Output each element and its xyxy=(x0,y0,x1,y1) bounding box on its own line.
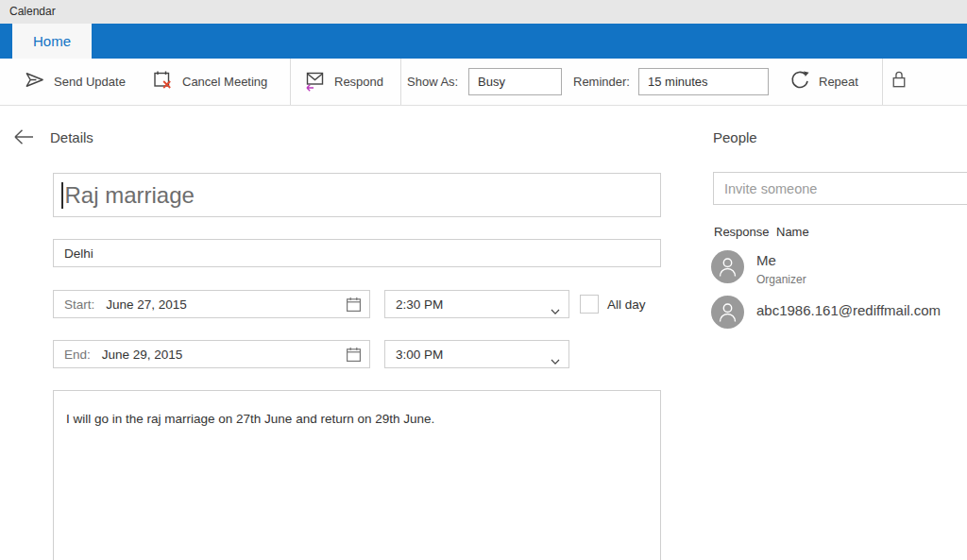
end-label: End: xyxy=(64,348,91,362)
cancel-meeting-button[interactable]: Cancel Meeting xyxy=(151,59,267,105)
calendar-app-window: Calendar Home Send Update Cancel Meeting… xyxy=(0,0,967,560)
end-date-field[interactable]: End: June 29, 2015 xyxy=(53,340,370,368)
send-icon xyxy=(24,69,45,94)
respond-icon xyxy=(303,69,326,95)
toolbar-separator xyxy=(400,59,401,105)
respond-button[interactable]: Respond xyxy=(303,59,383,105)
text-cursor xyxy=(61,182,63,209)
start-time-select[interactable]: 2:30 PM xyxy=(384,290,569,318)
invite-input[interactable]: Invite someone xyxy=(713,172,967,205)
start-label: Start: xyxy=(64,297,94,312)
person-avatar-icon xyxy=(711,296,744,329)
end-time-value: 3:00 PM xyxy=(396,348,443,362)
window-title: Calendar xyxy=(9,0,56,24)
toolbar: Send Update Cancel Meeting Respond Show … xyxy=(0,59,967,106)
repeat-icon xyxy=(789,70,810,94)
name-column-header: Name xyxy=(776,225,809,239)
end-time-select[interactable]: 3:00 PM xyxy=(384,340,569,368)
event-title-value: Raj marriage xyxy=(65,182,195,209)
repeat-label: Repeat xyxy=(819,75,858,89)
event-title-input[interactable]: Raj marriage xyxy=(53,173,661,217)
calendar-picker-icon xyxy=(346,297,362,316)
tab-home[interactable]: Home xyxy=(12,24,92,59)
show-as-input[interactable]: Busy xyxy=(468,68,562,95)
show-as-label: Show As: xyxy=(407,59,458,105)
reminder-input[interactable]: 15 minutes xyxy=(638,68,769,95)
private-lock-button[interactable] xyxy=(890,59,908,105)
chevron-down-icon xyxy=(551,302,560,319)
repeat-button[interactable]: Repeat xyxy=(789,59,858,105)
details-heading: Details xyxy=(50,129,93,145)
calendar-picker-icon xyxy=(346,347,362,366)
respond-label: Respond xyxy=(334,75,383,89)
attendee-name: abc1986.161@rediffmail.com xyxy=(756,302,941,318)
people-heading: People xyxy=(713,129,757,145)
send-update-button[interactable]: Send Update xyxy=(24,59,126,105)
chevron-down-icon xyxy=(551,352,560,369)
cancel-meeting-label: Cancel Meeting xyxy=(182,75,267,89)
attendee-role: Organizer xyxy=(756,273,806,286)
lock-icon xyxy=(890,69,908,94)
start-time-value: 2:30 PM xyxy=(396,297,443,312)
toolbar-separator xyxy=(290,59,291,105)
window-titlebar: Calendar xyxy=(0,0,967,24)
ribbon: Home xyxy=(0,24,967,59)
person-avatar-icon xyxy=(711,250,744,283)
location-input[interactable]: Delhi xyxy=(53,239,661,267)
start-date-field[interactable]: Start: June 27, 2015 xyxy=(53,290,370,318)
send-update-label: Send Update xyxy=(54,75,126,89)
location-value: Delhi xyxy=(64,246,93,261)
back-button[interactable] xyxy=(12,128,35,149)
reminder-label: Reminder: xyxy=(573,59,630,105)
toolbar-separator xyxy=(882,59,883,105)
description-text: I will go in the raj marriage on 27th Ju… xyxy=(54,391,660,429)
invite-placeholder: Invite someone xyxy=(724,181,817,196)
response-column-header: Response xyxy=(714,225,770,239)
back-arrow-icon xyxy=(12,132,35,148)
attendee-name: Me xyxy=(756,252,776,268)
start-date-value: June 27, 2015 xyxy=(106,297,187,312)
all-day-checkbox[interactable] xyxy=(580,295,599,314)
all-day-label: All day xyxy=(607,297,646,312)
cancel-meeting-icon xyxy=(151,69,174,95)
description-textarea[interactable]: I will go in the raj marriage on 27th Ju… xyxy=(53,390,661,560)
end-date-value: June 29, 2015 xyxy=(102,348,183,362)
